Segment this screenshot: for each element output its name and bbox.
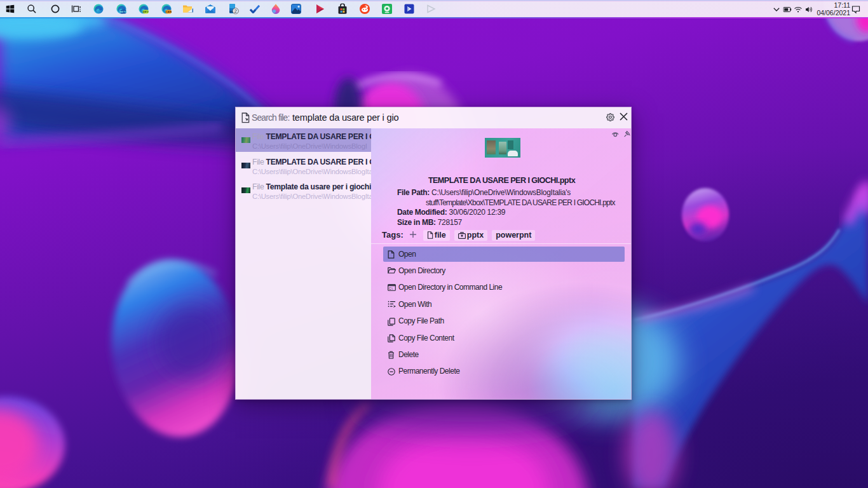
svg-text:DEV: DEV <box>143 10 149 13</box>
svg-text:C:\: C:\ <box>389 287 393 290</box>
svg-text:2: 2 <box>234 8 237 14</box>
svg-text:CAN: CAN <box>165 10 172 13</box>
svg-text:BETA: BETA <box>119 10 126 13</box>
